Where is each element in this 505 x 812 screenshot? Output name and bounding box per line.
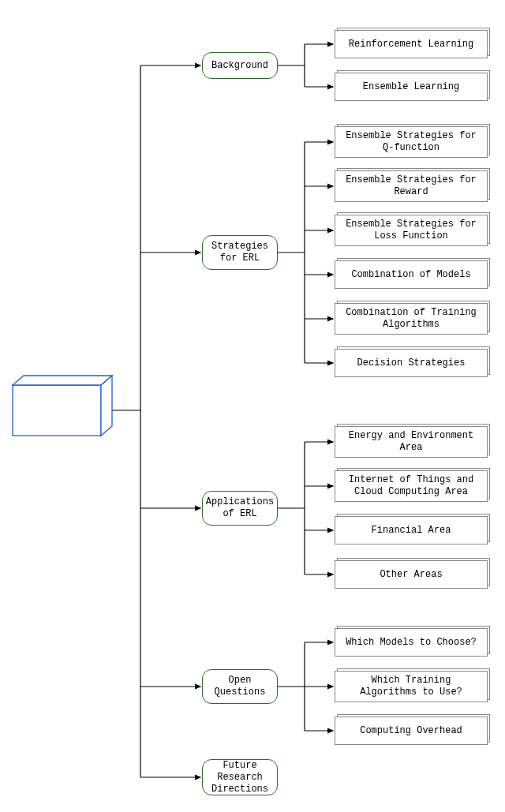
root-cube <box>0 0 505 812</box>
svg-rect-30 <box>13 385 101 436</box>
svg-marker-31 <box>13 376 112 385</box>
svg-marker-32 <box>101 376 112 436</box>
